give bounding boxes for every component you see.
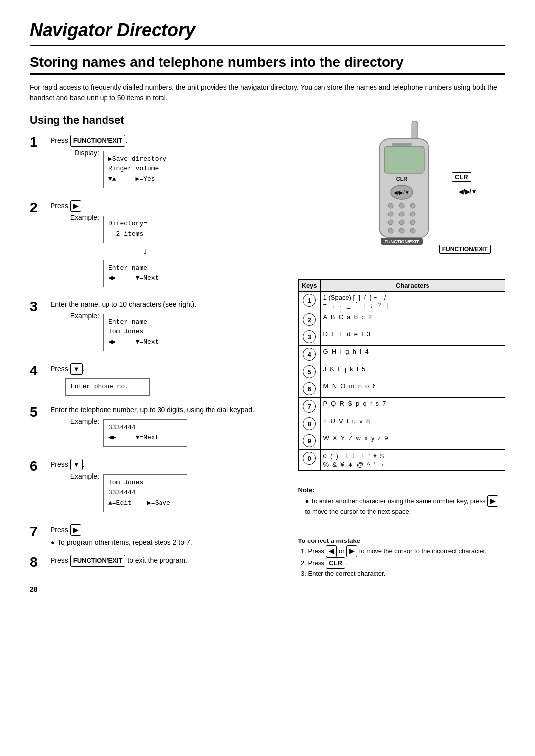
step-2-num: 2 [30, 200, 46, 216]
char-row-6: 6 M N O m n o 6 [298, 380, 505, 398]
svg-point-16 [388, 228, 393, 233]
correct-step-2: Press CLR. [308, 557, 506, 569]
characters-table: Keys Characters 1 1 (Space) [ ] { } + – … [298, 279, 506, 471]
chars-7: P Q R S p q r s 7 [320, 398, 505, 415]
step-2-text: Press ▶. [51, 200, 283, 212]
svg-point-11 [399, 212, 404, 216]
step-1-label: Display: [65, 149, 99, 157]
step-2-display-a: Directory= 2 items [103, 216, 187, 243]
char-row-9: 9 W X Y Z w x y z 9 [298, 432, 505, 450]
right-arrow-key-2: ▶ [70, 200, 81, 212]
step-3-num: 3 [30, 299, 46, 315]
phone-illustration: CLR ◀/▶/▼ [298, 114, 506, 268]
step-4-text: Press ▼. [51, 363, 283, 375]
step-5-num: 5 [30, 405, 46, 420]
func-exit-label: FUNCTION/EXIT [439, 245, 491, 254]
phone-svg: CLR ◀/▶/▼ [352, 119, 451, 268]
note-section: Note: To enter another character using t… [298, 486, 506, 517]
svg-point-8 [399, 203, 404, 208]
svg-point-17 [399, 228, 404, 233]
key-6: 6 [303, 382, 316, 395]
page-title: Navigator Directory [30, 20, 505, 46]
step-6: 6 Press ▼. Example: Tom Jones3334444▲=Ed… [30, 459, 283, 517]
step-5: 5 Enter the telephone number, up to 30 d… [30, 405, 283, 452]
key-9: 9 [303, 434, 316, 447]
right-key-correct: ▶ [346, 545, 357, 557]
step-8-num: 8 [30, 555, 46, 570]
svg-point-10 [388, 212, 393, 216]
key-7: 7 [303, 400, 316, 413]
subsection-title: Using the handset [30, 114, 283, 127]
svg-point-7 [388, 203, 393, 208]
svg-point-15 [410, 220, 415, 225]
step-4: 4 Press ▼. Enter phone no. [30, 363, 283, 398]
function-exit-key-8: FUNCTION/EXIT [70, 555, 126, 567]
chars-1: 1 (Space) [ ] { } + – /= , . _ ` : ; ? | [320, 292, 505, 311]
function-exit-key: FUNCTION/EXIT [70, 135, 126, 147]
right-key-note: ▶ [487, 495, 498, 507]
step-5-label: Example: [65, 417, 99, 425]
col-header-chars: Characters [320, 280, 505, 292]
char-row-0: 0 0 ( ) 〈 〉 ! " # $% & ¥ ∗ @ ^ ' → [298, 450, 505, 471]
chars-5: J K L j k l 5 [320, 363, 505, 380]
char-row-8: 8 T U V t u v 8 [298, 415, 505, 432]
key-1: 1 [303, 294, 316, 307]
chars-2: A B C a b c 2 [320, 311, 505, 328]
svg-point-13 [388, 220, 393, 225]
step-8: 8 Press FUNCTION/EXIT to exit the progra… [30, 555, 283, 570]
char-row-2: 2 A B C a b c 2 [298, 311, 505, 328]
svg-point-12 [410, 212, 415, 216]
step-2: 2 Press ▶. Example: Directory= 2 items ↓… [30, 200, 283, 292]
correct-mistake-section: To correct a mistake Press ◀ or ▶ to mov… [298, 531, 506, 579]
down-arrow-2: ↓ [103, 246, 187, 257]
step-1-text: Press FUNCTION/EXIT. [51, 135, 283, 147]
right-key-7: ▶ [70, 524, 81, 536]
step-5-display: 3334444◀▶ ▼=Next [103, 419, 187, 447]
left-key-correct: ◀ [326, 545, 337, 557]
col-header-keys: Keys [298, 280, 320, 292]
correct-heading: To correct a mistake [298, 536, 506, 546]
chars-3: D E F d e f 3 [320, 328, 505, 346]
step-6-num: 6 [30, 459, 46, 474]
chars-9: W X Y Z w x y z 9 [320, 432, 505, 450]
note-item-1: To enter another character using the sam… [305, 495, 506, 517]
svg-text:CLR: CLR [396, 176, 407, 182]
step-7-text: Press ▶. [51, 524, 283, 536]
step-6-display: Tom Jones3334444▲=Edit ▶=Save [103, 474, 187, 512]
step-3-display: Enter nameTom Jones◀▶ ▼=Next [103, 314, 187, 351]
step-3-text: Enter the name, up to 10 characters (see… [51, 299, 283, 310]
clr-key-correct: CLR [326, 557, 345, 569]
svg-rect-3 [392, 143, 412, 146]
step-3: 3 Enter the name, up to 10 characters (s… [30, 299, 283, 356]
char-row-3: 3 D E F d e f 3 [298, 328, 505, 346]
step-4-display: Enter phone no. [65, 378, 150, 396]
char-row-4: 4 G H I g h i 4 [298, 346, 505, 363]
svg-text:FUNCTION/EXIT: FUNCTION/EXIT [384, 239, 419, 244]
key-3: 3 [303, 330, 316, 343]
key-2: 2 [303, 313, 316, 326]
char-row-1: 1 1 (Space) [ ] { } + – /= , . _ ` : ; ?… [298, 292, 505, 311]
svg-point-18 [410, 228, 415, 233]
step-3-label: Example: [65, 312, 99, 320]
step-8-text: Press FUNCTION/EXIT to exit the program. [51, 555, 283, 567]
correct-step-3: Enter the correct character. [308, 569, 506, 579]
nav-label: ◀/▶/▼ [459, 188, 477, 195]
section-heading: Storing names and telephone numbers into… [30, 54, 505, 75]
chars-8: T U V t u v 8 [320, 415, 505, 432]
key-8: 8 [303, 417, 316, 430]
chars-4: G H I g h i 4 [320, 346, 505, 363]
step-7: 7 Press ▶. To program other items, repea… [30, 524, 283, 548]
step-1: 1 Press FUNCTION/EXIT. Display: ▶Save di… [30, 135, 283, 193]
step-5-text: Enter the telephone number, up to 30 dig… [51, 405, 283, 415]
chars-6: M N O m n o 6 [320, 380, 505, 398]
svg-text:◀/▶/▼: ◀/▶/▼ [394, 190, 409, 195]
key-0: 0 [303, 452, 316, 465]
svg-point-9 [410, 203, 415, 208]
step-2-label: Example: [65, 214, 99, 221]
step-1-num: 1 [30, 135, 46, 150]
note-label: Note: [298, 486, 506, 495]
step-1-display: ▶Save directoryRinger volume▼▲ ▶=Yes [103, 151, 187, 188]
down-key-6: ▼ [70, 459, 83, 471]
down-key-4: ▼ [70, 363, 83, 375]
clr-label: CLR [452, 172, 471, 182]
